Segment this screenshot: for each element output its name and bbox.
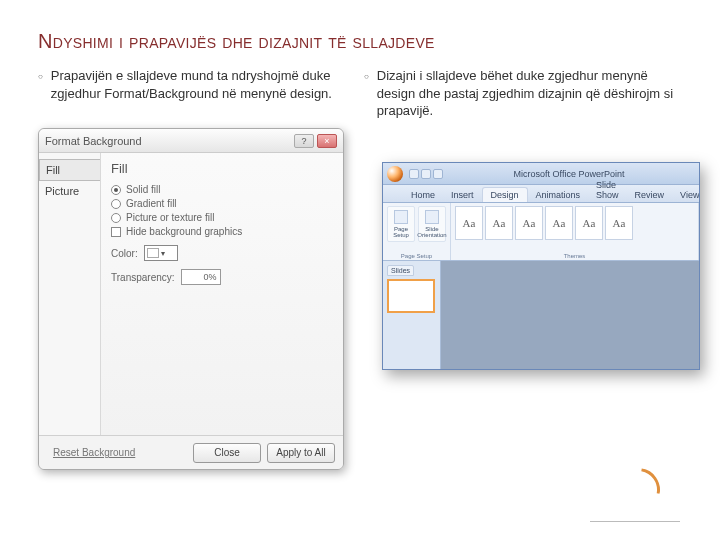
- fill-heading: Fill: [111, 161, 333, 176]
- powerpoint-window: Microsoft Office PowerPoint Home Insert …: [382, 162, 700, 370]
- reset-background-link[interactable]: Reset Background: [53, 447, 135, 458]
- theme-thumbnail[interactable]: Aa: [575, 206, 603, 240]
- tab-slideshow[interactable]: Slide Show: [588, 178, 627, 202]
- qat-undo-icon[interactable]: [421, 169, 431, 179]
- radio-icon: [111, 199, 121, 209]
- left-bullet-text: Prapavijën e sllajdeve mund ta ndryshojm…: [51, 67, 356, 102]
- pp-body: Slides: [383, 261, 699, 370]
- group-label-themes: Themes: [455, 253, 694, 259]
- qat-redo-icon[interactable]: [433, 169, 443, 179]
- bullet-marker: ○: [38, 72, 43, 83]
- slide-orientation-button[interactable]: Slide Orientation: [418, 206, 446, 242]
- dialog-titlebar: Format Background ? ×: [39, 129, 343, 153]
- help-button[interactable]: ?: [294, 134, 314, 148]
- theme-thumbnail[interactable]: Aa: [485, 206, 513, 240]
- color-label: Color:: [111, 248, 138, 259]
- radio-icon: [111, 185, 121, 195]
- color-swatch-icon: [147, 248, 159, 258]
- format-background-dialog: Format Background ? × Fill Picture Fill …: [38, 128, 344, 470]
- slide-canvas: [441, 261, 699, 370]
- close-button[interactable]: Close: [193, 443, 261, 463]
- tab-view[interactable]: View: [672, 188, 700, 202]
- chevron-down-icon: ▾: [161, 249, 165, 258]
- slide-title: Ndyshimi i prapavijës dhe dizajnit të sl…: [38, 30, 682, 53]
- orientation-icon: [425, 210, 439, 224]
- dialog-sidebar: Fill Picture: [39, 153, 101, 435]
- option-hide-graphics[interactable]: Hide background graphics: [111, 226, 333, 237]
- dialog-main: Fill Solid fill Gradient fill Picture or…: [101, 153, 343, 435]
- dialog-title: Format Background: [45, 135, 291, 147]
- group-page-setup: Page Setup Slide Orientation Page Setup: [383, 203, 451, 260]
- slides-pane: Slides: [383, 261, 441, 370]
- transparency-label: Transparency:: [111, 272, 175, 283]
- option-solid-fill[interactable]: Solid fill: [111, 184, 333, 195]
- tab-home[interactable]: Home: [403, 188, 443, 202]
- ribbon: Page Setup Slide Orientation Page Setup …: [383, 203, 699, 261]
- option-gradient-fill[interactable]: Gradient fill: [111, 198, 333, 209]
- tab-review[interactable]: Review: [627, 188, 673, 202]
- option-picture-fill[interactable]: Picture or texture fill: [111, 212, 333, 223]
- theme-thumbnail[interactable]: Aa: [545, 206, 573, 240]
- checkbox-icon: [111, 227, 121, 237]
- slide-thumbnail[interactable]: [387, 279, 435, 313]
- office-orb-icon[interactable]: [387, 166, 403, 182]
- apply-to-all-button[interactable]: Apply to All: [267, 443, 335, 463]
- sidebar-item-picture[interactable]: Picture: [39, 181, 100, 201]
- close-window-button[interactable]: ×: [317, 134, 337, 148]
- slides-tab[interactable]: Slides: [387, 265, 414, 276]
- page-setup-icon: [394, 210, 408, 224]
- right-bullet-text: Dizajni i sllajdeve bëhet duke zgjedhur …: [377, 67, 682, 120]
- theme-thumbnail[interactable]: Aa: [455, 206, 483, 240]
- tab-insert[interactable]: Insert: [443, 188, 482, 202]
- footer-line: [590, 521, 680, 522]
- page-setup-button[interactable]: Page Setup: [387, 206, 415, 242]
- color-picker[interactable]: ▾: [144, 245, 178, 261]
- theme-thumbnail[interactable]: Aa: [515, 206, 543, 240]
- tab-design[interactable]: Design: [482, 187, 528, 202]
- tab-animations[interactable]: Animations: [528, 188, 589, 202]
- transparency-spinner[interactable]: 0%: [181, 269, 221, 285]
- bullet-marker: ○: [364, 72, 369, 83]
- pp-window-title: Microsoft Office PowerPoint: [443, 169, 695, 179]
- ribbon-tabs: Home Insert Design Animations Slide Show…: [383, 185, 699, 203]
- quick-access-toolbar: [409, 169, 443, 179]
- qat-save-icon[interactable]: [409, 169, 419, 179]
- theme-thumbnail[interactable]: Aa: [605, 206, 633, 240]
- group-themes: Aa Aa Aa Aa Aa Aa Themes: [451, 203, 699, 260]
- pp-titlebar: Microsoft Office PowerPoint: [383, 163, 699, 185]
- group-label-page-setup: Page Setup: [387, 253, 446, 259]
- sidebar-item-fill[interactable]: Fill: [39, 159, 100, 181]
- radio-icon: [111, 213, 121, 223]
